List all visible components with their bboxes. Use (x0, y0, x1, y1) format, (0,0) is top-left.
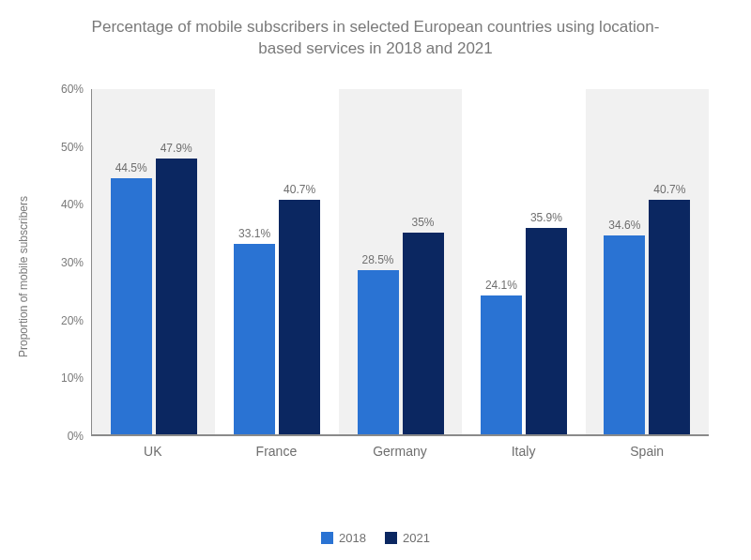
y-tick-label: 0% (68, 430, 84, 443)
plot-area: 44.5% 47.9% 33.1% 40.7% 28.5% 35 (91, 89, 709, 436)
bar-2018: 34.6% (604, 235, 645, 434)
bar-value-label: 28.5% (362, 253, 394, 266)
bar-group: 28.5% 35% (339, 89, 462, 434)
legend: 2018 2021 (0, 531, 751, 545)
bar-group: 33.1% 40.7% (215, 89, 338, 434)
bar-2021: 40.7% (649, 200, 690, 434)
x-tick-label: France (215, 436, 339, 464)
bar-group: 44.5% 47.9% (92, 89, 215, 434)
bar-2018: 24.1% (481, 295, 522, 434)
bar-value-label: 47.9% (161, 142, 192, 155)
y-axis: 0% 10% 20% 30% 40% 50% 60% (52, 89, 91, 436)
x-tick-label: Italy (462, 436, 586, 464)
x-tick-label: Germany (338, 436, 462, 464)
chart-title: Percentage of mobile subscribers in sele… (0, 0, 751, 68)
bar-value-label: 35% (412, 216, 435, 229)
bar-group: 34.6% 40.7% (586, 89, 709, 434)
bar-value-label: 24.1% (485, 279, 517, 292)
x-tick-label: Spain (585, 436, 709, 464)
bar-2021: 47.9% (156, 159, 197, 434)
bar-2021: 35.9% (526, 228, 567, 434)
legend-swatch-icon (321, 532, 333, 544)
legend-item-2021: 2021 (385, 531, 430, 545)
y-tick-label: 20% (61, 314, 84, 327)
legend-swatch-icon (385, 532, 397, 544)
y-tick-label: 60% (61, 83, 84, 96)
bar-group: 24.1% 35.9% (462, 89, 585, 434)
legend-label: 2018 (339, 531, 366, 545)
y-tick-label: 10% (61, 371, 84, 385)
bar-2021: 35% (403, 233, 444, 434)
bar-value-label: 34.6% (608, 219, 640, 232)
bar-value-label: 35.9% (530, 211, 562, 224)
bar-value-label: 40.7% (653, 183, 685, 196)
bar-groups: 44.5% 47.9% 33.1% 40.7% 28.5% 35 (92, 89, 709, 434)
legend-item-2018: 2018 (321, 531, 366, 545)
bar-2018: 33.1% (234, 244, 275, 434)
bar-value-label: 40.7% (284, 183, 315, 196)
bar-2018: 44.5% (111, 178, 152, 434)
bar-value-label: 33.1% (238, 227, 270, 240)
y-tick-label: 30% (61, 256, 84, 269)
bar-value-label: 44.5% (115, 161, 147, 174)
y-tick-label: 40% (61, 198, 84, 211)
bar-2018: 28.5% (358, 270, 399, 434)
chart-area: Proportion of mobile subscribers 0% 10% … (52, 89, 709, 464)
x-axis: UK France Germany Italy Spain (91, 436, 709, 464)
y-axis-label: Proportion of mobile subscribers (17, 196, 30, 357)
x-tick-label: UK (91, 436, 215, 464)
y-tick-label: 50% (61, 141, 84, 154)
bar-2021: 40.7% (279, 200, 320, 434)
legend-label: 2021 (403, 531, 430, 545)
